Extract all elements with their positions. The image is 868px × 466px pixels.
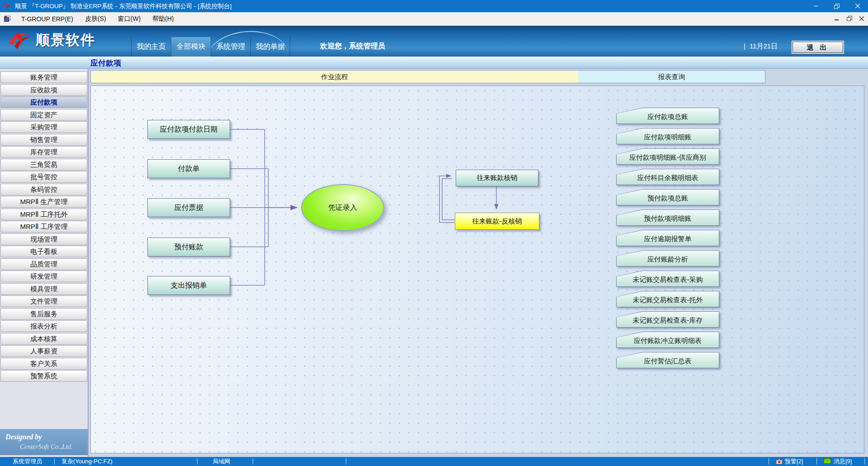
nav-my-home[interactable]: 我的主页 [131, 37, 171, 57]
flow-node-expense-claim[interactable]: 支出报销单 [147, 276, 230, 295]
report-button-payable-detail-ledger[interactable]: 应付款项明细账 [616, 128, 719, 144]
sidebar-item-report-analysis[interactable]: 报表分析 [0, 320, 87, 332]
report-button-payable-account-balance[interactable]: 应付科目余额明细表 [616, 169, 719, 185]
report-button-aging-analysis[interactable]: 应付账龄分析 [616, 250, 719, 266]
flow-node-payable-notes[interactable]: 应付票据 [147, 198, 230, 217]
close-icon[interactable] [847, 0, 868, 12]
status-network: 局域网 [212, 457, 230, 466]
brand-name: 顺景软件 [36, 31, 95, 50]
main-area: 作业流程 报表查询 应付款项付款日期 付款单 应付票据 预付账 [89, 69, 868, 457]
sidebar-item-hr-payroll[interactable]: 人事薪资 [0, 345, 87, 357]
report-button-payable-detail-by-supplier[interactable]: 应付款项明细账-供应商别 [616, 148, 719, 165]
designed-by-text: Designed by [5, 433, 88, 441]
sidebar-item-barcode-control[interactable]: 条码管控 [0, 184, 87, 195]
report-button-payable-general-ledger[interactable]: 应付款项总账 [616, 108, 719, 124]
sidebar-item-mrp2-process[interactable]: MRPⅡ 工序管理 [0, 221, 87, 233]
tab-report-query[interactable]: 报表查询 [578, 70, 765, 83]
sidebar-item-inventory[interactable]: 库存管理 [0, 146, 87, 158]
status-messages[interactable]: 消息[9] [834, 457, 852, 466]
message-icon [824, 458, 831, 464]
sidebar-item-triangle-trade[interactable]: 三角贸易 [0, 159, 87, 171]
status-separator [864, 458, 865, 465]
menu-help[interactable]: 帮助(H) [146, 12, 179, 25]
flow-connectors [91, 86, 864, 453]
sidebar-item-receivables[interactable]: 应收款项 [0, 84, 87, 96]
window-controls [806, 0, 868, 12]
sidebar-item-mrp2-outsourcing[interactable]: MRPⅡ 工序托外 [0, 209, 87, 220]
menu-skin[interactable]: 皮肤(S) [79, 12, 112, 25]
flow-node-voucher-entry[interactable]: 凭证录入 [301, 184, 384, 231]
status-separator [769, 458, 769, 465]
report-button-overdue-alert[interactable]: 应付逾期报警单 [616, 230, 719, 246]
mdi-minimize-icon[interactable] [835, 15, 840, 23]
breadcrumb-bar: 应付款项 [0, 57, 868, 69]
brand: 顺景软件 [6, 29, 95, 52]
sidebar-item-rnd[interactable]: 研发管理 [0, 271, 87, 282]
status-separator [253, 458, 253, 465]
window-title: 顺景 『T-GROUP』 制造业ERP系统 - 东莞顺景软件科技有限公司 - [… [15, 2, 231, 10]
logout-button[interactable]: 退 出 [793, 42, 843, 53]
report-button-unposted-check-outsource[interactable]: 未记账交易检查表-托外 [616, 291, 719, 307]
sidebar-item-shopfloor[interactable]: 现场管理 [0, 233, 87, 245]
flow-node-prepayment[interactable]: 预付账款 [147, 238, 230, 257]
sidebar-item-accounting[interactable]: 账务管理 [0, 71, 87, 83]
welcome-text: 欢迎您，系统管理员 [320, 42, 385, 51]
title-bar: 顺景 『T-GROUP』 制造业ERP系统 - 东莞顺景软件科技有限公司 - [… [0, 0, 868, 12]
main-nav: 我的主页 全部模块 系统管理 我的单据 [131, 37, 290, 57]
status-bar: 系统管理员 复杂(Young-PC:FZ) 局域网 预警[2] 消息[9] [0, 457, 868, 466]
report-button-unposted-check-inventory[interactable]: 未记账交易检查表-库存 [616, 311, 719, 328]
voucher-entry-label: 凭证录入 [328, 203, 357, 213]
menu-bar: T-GROUP ERP(E) 皮肤(S) 窗口(W) 帮助(H) [0, 12, 868, 26]
status-separator [197, 458, 198, 465]
sidebar-item-crm[interactable]: 客户关系 [0, 358, 87, 370]
sidebar-item-fixed-assets[interactable]: 固定资产 [0, 109, 87, 121]
sidebar: 账务管理 应收款项 应付款项 固定资产 采购管理 销售管理 库存管理 三角贸易 … [0, 69, 89, 457]
sidebar-item-batch-control[interactable]: 批号管控 [0, 171, 87, 183]
minimize-icon[interactable] [806, 0, 826, 12]
nav-my-documents[interactable]: 我的单据 [250, 37, 290, 57]
sidebar-item-purchasing[interactable]: 采购管理 [0, 121, 87, 133]
app-logo-icon [3, 3, 11, 10]
sidebar-item-costing[interactable]: 成本核算 [0, 333, 87, 345]
flow-node-account-unverify[interactable]: 往来账款-反核销 [455, 213, 539, 230]
mdi-close-icon[interactable] [859, 15, 864, 23]
flow-node-payable-payment-date[interactable]: 应付款项付款日期 [147, 120, 230, 139]
sidebar-item-payables-active[interactable]: 应付款项 [0, 96, 87, 108]
mdi-window-controls [835, 12, 864, 26]
sidebar-item-after-sales[interactable]: 售后服务 [0, 308, 87, 320]
status-separator [346, 458, 346, 465]
report-button-unposted-check-purchase[interactable]: 未记账交易检查表-采购 [616, 271, 719, 287]
sidebar-item-sales[interactable]: 销售管理 [0, 134, 87, 146]
sidebar-item-quality[interactable]: 品质管理 [0, 258, 87, 270]
report-button-offset-detail[interactable]: 应付账款冲立账明细表 [616, 332, 719, 348]
sidebar-item-mrp2-production[interactable]: MRPⅡ 生产管理 [0, 196, 87, 208]
report-button-prepaid-general-ledger[interactable]: 预付款项总账 [616, 189, 719, 205]
sidebar-item-e-kanban[interactable]: 电子看板 [0, 246, 87, 257]
flow-node-payment-order[interactable]: 付款单 [147, 159, 230, 178]
menu-tgroup-erp[interactable]: T-GROUP ERP(E) [15, 12, 79, 25]
report-button-prepaid-detail-ledger[interactable]: 预付款项明细账 [616, 209, 719, 226]
sidebar-item-mold[interactable]: 模具管理 [0, 283, 87, 295]
alert-icon [776, 458, 783, 465]
tab-work-flow[interactable]: 作业流程 [90, 70, 579, 83]
date-display: | 11月21日 [744, 42, 778, 51]
brand-logo-icon [6, 29, 33, 52]
company-name: CenterSoft Co.,Ltd. [20, 443, 88, 451]
sidebar-item-alert-system[interactable]: 预警系统 [0, 370, 87, 382]
flow-canvas: 应付款项付款日期 付款单 应付票据 预付账款 支出报销单 凭证录入 往来账款核销… [90, 86, 864, 453]
date-separator: | [744, 42, 745, 51]
sidebar-item-documents[interactable]: 文件管理 [0, 295, 87, 307]
nav-system-admin[interactable]: 系统管理 [211, 37, 250, 57]
status-user: 系统管理员 [13, 457, 42, 466]
status-alerts[interactable]: 预警[2] [785, 457, 803, 466]
nav-all-modules[interactable]: 全部模块 [171, 37, 211, 57]
mdi-restore-icon[interactable] [847, 15, 852, 23]
status-host: 复杂(Young-PC:FZ) [61, 457, 113, 466]
report-button-estimate-summary[interactable]: 应付暂估汇总表 [616, 352, 719, 368]
menu-window[interactable]: 窗口(W) [112, 12, 147, 25]
header: 顺景软件 我的主页 全部模块 系统管理 我的单据 欢迎您，系统管理员 | 11月… [0, 26, 868, 57]
flow-node-account-verify[interactable]: 往来账款核销 [456, 170, 538, 186]
restore-icon[interactable] [826, 0, 847, 12]
page-title: 应付款项 [90, 58, 121, 68]
current-date: 11月21日 [750, 42, 778, 51]
